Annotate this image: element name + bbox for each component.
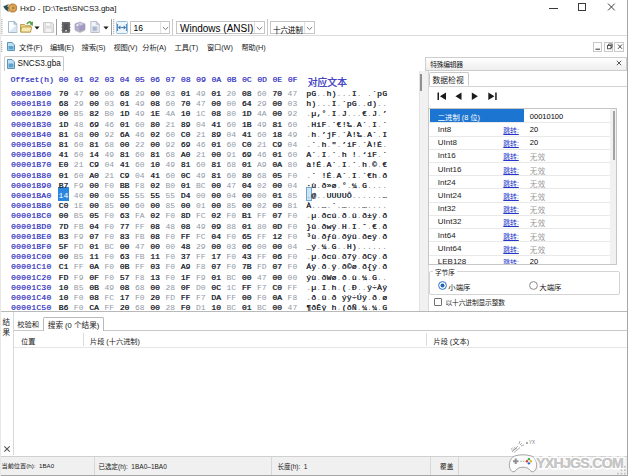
- svg-text:YX: YX: [529, 440, 535, 445]
- svg-text:GS: GS: [510, 445, 517, 452]
